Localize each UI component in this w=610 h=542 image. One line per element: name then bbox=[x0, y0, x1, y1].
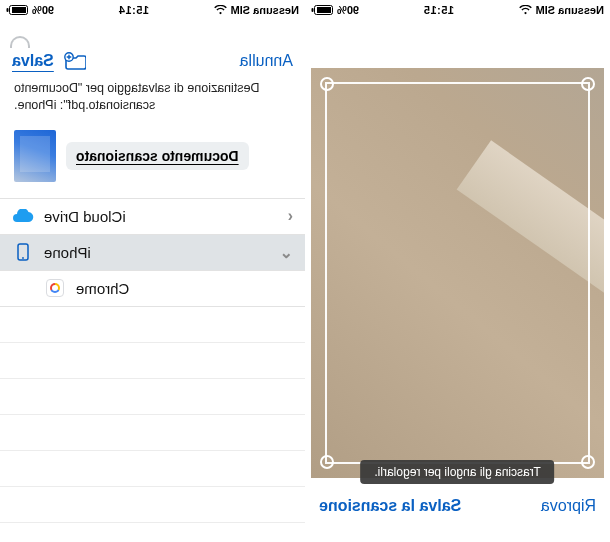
loading-spinner bbox=[10, 36, 30, 48]
chrome-icon bbox=[44, 279, 66, 297]
location-label: iCloud Drive bbox=[44, 208, 126, 225]
svg-rect-4 bbox=[12, 7, 26, 13]
location-row-iphone[interactable]: ⌄ iPhone bbox=[0, 235, 305, 271]
destination-text-2: scansionato.pdf": iPhone. bbox=[14, 97, 291, 114]
status-bar: Nessuna SIM 15:14 90% bbox=[0, 0, 305, 20]
wifi-icon bbox=[519, 5, 532, 15]
sheet-grabber-area bbox=[0, 20, 305, 48]
carrier-label: Nessuna SIM bbox=[231, 4, 299, 16]
cancel-button[interactable]: Annulla bbox=[240, 52, 293, 70]
save-scan-button[interactable]: Salva la scansione bbox=[319, 497, 461, 515]
document-thumbnail[interactable] bbox=[14, 130, 56, 182]
filename-field[interactable]: Documento scansionato bbox=[66, 142, 249, 170]
battery-icon bbox=[311, 5, 333, 15]
svg-point-8 bbox=[22, 257, 24, 259]
chevron-left-icon: ‹ bbox=[288, 207, 293, 225]
crop-handle-tr[interactable] bbox=[320, 77, 334, 91]
cloud-icon bbox=[12, 209, 34, 223]
destination-text-1: Destinazione di salvataggio per "Documen… bbox=[14, 80, 291, 97]
phone-icon bbox=[12, 243, 34, 261]
list-item bbox=[0, 451, 305, 487]
carrier-label: Nessuna SIM bbox=[536, 4, 604, 16]
list-item bbox=[0, 487, 305, 523]
battery-icon bbox=[6, 5, 28, 15]
wifi-icon bbox=[214, 5, 227, 15]
retry-button[interactable]: Riprova bbox=[541, 497, 596, 515]
location-row-chrome[interactable]: Chrome bbox=[0, 271, 305, 307]
crop-handle-bl[interactable] bbox=[581, 455, 595, 469]
list-item bbox=[0, 379, 305, 415]
location-label: iPhone bbox=[44, 244, 91, 261]
location-list: ‹ iCloud Drive ⌄ iPhone Chrome bbox=[0, 198, 305, 542]
save-dialog-panel: Nessuna SIM 15:14 90% Annulla Salva Dest… bbox=[0, 0, 305, 542]
list-item bbox=[0, 343, 305, 379]
list-item bbox=[0, 523, 305, 542]
crop-handle-tl[interactable] bbox=[581, 77, 595, 91]
status-time: 15:15 bbox=[423, 4, 454, 16]
scan-panel: Nessuna SIM 15:15 90% Trascina gli angol… bbox=[305, 0, 610, 542]
save-button[interactable]: Salva bbox=[12, 52, 54, 70]
chevron-down-icon: ⌄ bbox=[280, 243, 293, 262]
crop-frame[interactable] bbox=[325, 82, 590, 464]
location-label: Chrome bbox=[76, 280, 129, 297]
scan-preview[interactable] bbox=[311, 68, 604, 478]
list-item bbox=[0, 307, 305, 343]
svg-rect-5 bbox=[7, 8, 9, 12]
svg-rect-1 bbox=[317, 7, 331, 13]
battery-percent: 90% bbox=[337, 4, 359, 16]
crop-handle-br[interactable] bbox=[320, 455, 334, 469]
svg-rect-2 bbox=[312, 8, 314, 12]
filename-text: Documento scansionato bbox=[76, 148, 239, 164]
status-time: 15:14 bbox=[118, 4, 149, 16]
list-item bbox=[0, 415, 305, 451]
hint-tooltip: Trascina gli angoli per regolarli. bbox=[360, 460, 554, 484]
location-row-icloud[interactable]: ‹ iCloud Drive bbox=[0, 199, 305, 235]
new-folder-button[interactable] bbox=[64, 52, 86, 70]
battery-percent: 90% bbox=[32, 4, 54, 16]
status-bar: Nessuna SIM 15:15 90% bbox=[305, 0, 610, 20]
